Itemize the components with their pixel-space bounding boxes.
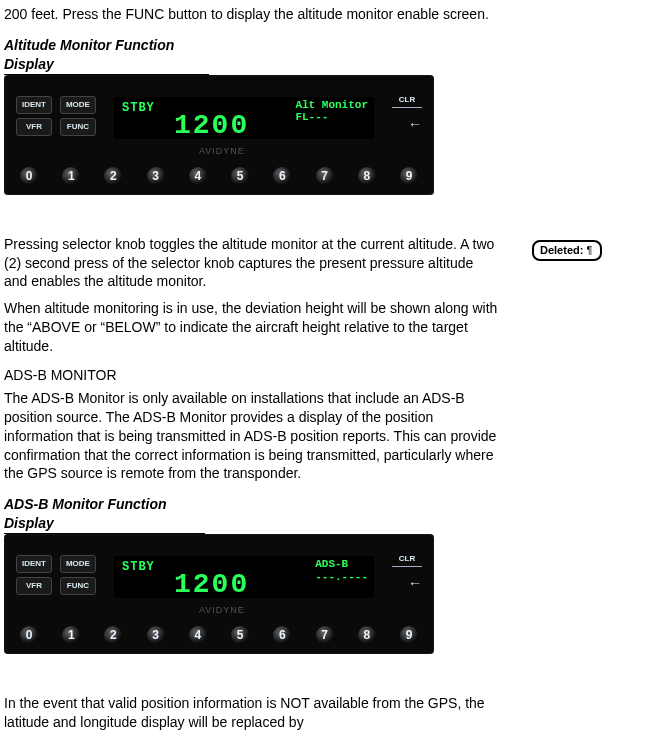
digit-5-button[interactable]: 5 <box>231 167 249 185</box>
digit-9-button[interactable]: 9 <box>400 626 418 644</box>
clr-button[interactable]: CLR <box>392 93 422 108</box>
digit-9-button[interactable]: 9 <box>400 167 418 185</box>
display-line1: Alt Monitor <box>295 99 368 111</box>
paragraph-adsb-desc: The ADS-B Monitor is only available on i… <box>4 389 500 483</box>
display-line2: ---.---- <box>315 571 368 583</box>
paragraph-deviation: When altitude monitoring is in use, the … <box>4 299 500 356</box>
transponder-device-1: IDENT MODE VFR FUNC STBY 1200 Alt Monito… <box>4 75 434 195</box>
digit-0-button[interactable]: 0 <box>20 167 38 185</box>
digit-2-button[interactable]: 2 <box>104 626 122 644</box>
digit-2-button[interactable]: 2 <box>104 167 122 185</box>
device-brand: AVIDYNE <box>199 604 245 616</box>
paragraph-no-gps: In the event that valid position informa… <box>4 694 500 732</box>
mode-button[interactable]: MODE <box>60 96 96 114</box>
display-code: 1200 <box>174 107 249 145</box>
display-code: 1200 <box>174 566 249 604</box>
display-stby: STBY <box>122 100 155 116</box>
digit-7-button[interactable]: 7 <box>316 167 334 185</box>
caption-adsb-monitor: ADS-B Monitor Function Display <box>4 495 205 534</box>
revision-mark: ¶ <box>586 244 592 256</box>
digit-7-button[interactable]: 7 <box>316 626 334 644</box>
digit-5-button[interactable]: 5 <box>231 626 249 644</box>
digit-4-button[interactable]: 4 <box>189 626 207 644</box>
vfr-button[interactable]: VFR <box>16 118 52 136</box>
digit-3-button[interactable]: 3 <box>147 167 165 185</box>
mode-button[interactable]: MODE <box>60 555 96 573</box>
clr-button[interactable]: CLR <box>392 552 422 567</box>
digit-3-button[interactable]: 3 <box>147 626 165 644</box>
device-brand: AVIDYNE <box>199 145 245 157</box>
digit-1-button[interactable]: 1 <box>62 167 80 185</box>
vfr-button[interactable]: VFR <box>16 577 52 595</box>
digit-0-button[interactable]: 0 <box>20 626 38 644</box>
func-button[interactable]: FUNC <box>60 577 96 595</box>
transponder-device-2: IDENT MODE VFR FUNC STBY 1200 ADS-B ---.… <box>4 534 434 654</box>
back-arrow-icon[interactable]: ← <box>408 115 422 134</box>
paragraph-selector-knob: Pressing selector knob toggles the altit… <box>4 235 500 292</box>
back-arrow-icon[interactable]: ← <box>408 574 422 593</box>
revision-deleted-callout: Deleted: ¶ <box>532 240 602 261</box>
digit-8-button[interactable]: 8 <box>358 167 376 185</box>
revision-connector-line <box>504 248 532 250</box>
heading-adsb-monitor: ADS-B MONITOR <box>4 366 500 385</box>
ident-button[interactable]: IDENT <box>16 555 52 573</box>
caption-altitude-monitor: Altitude Monitor Function Display <box>4 36 209 75</box>
transponder-display: STBY 1200 ADS-B ---.---- <box>114 556 374 598</box>
display-line2: FL--- <box>295 111 328 123</box>
display-mode-text: ADS-B ---.---- <box>315 558 368 583</box>
display-line1: ADS-B <box>315 558 348 570</box>
digit-4-button[interactable]: 4 <box>189 167 207 185</box>
revision-label: Deleted: <box>540 244 586 256</box>
paragraph-intro: 200 feet. Press the FUNC button to displ… <box>4 5 500 24</box>
func-button[interactable]: FUNC <box>60 118 96 136</box>
digit-8-button[interactable]: 8 <box>358 626 376 644</box>
display-mode-text: Alt Monitor FL--- <box>295 99 368 124</box>
digit-buttons-row: 0 1 2 3 4 5 6 7 8 9 <box>20 167 418 185</box>
digit-buttons-row: 0 1 2 3 4 5 6 7 8 9 <box>20 626 418 644</box>
digit-1-button[interactable]: 1 <box>62 626 80 644</box>
digit-6-button[interactable]: 6 <box>273 167 291 185</box>
display-stby: STBY <box>122 559 155 575</box>
ident-button[interactable]: IDENT <box>16 96 52 114</box>
transponder-display: STBY 1200 Alt Monitor FL--- <box>114 97 374 139</box>
digit-6-button[interactable]: 6 <box>273 626 291 644</box>
